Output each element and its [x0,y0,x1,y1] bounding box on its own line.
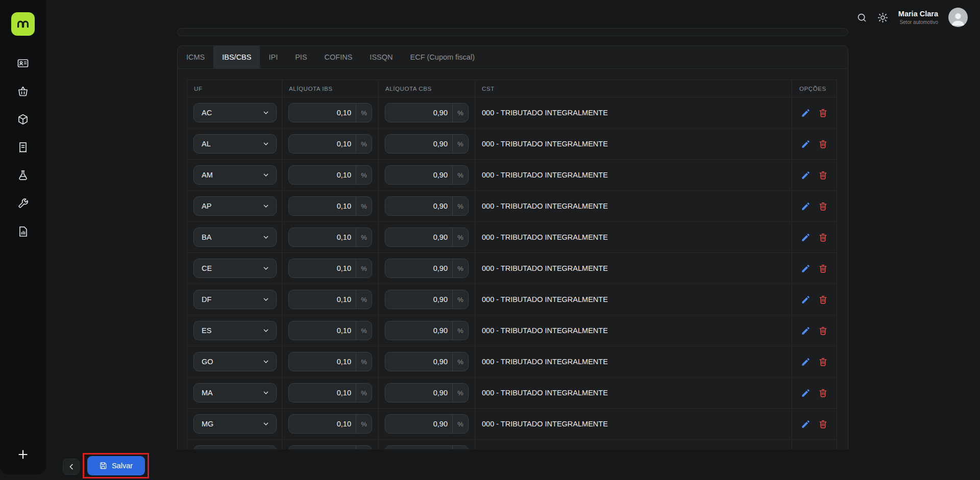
aliquota-ibs-input[interactable]: 0,10 % [288,165,372,185]
delete-trash-icon[interactable] [818,419,828,429]
edit-pencil-icon[interactable] [801,388,811,398]
aliquota-ibs-value: 0,10 [289,352,356,371]
tab-issqn[interactable]: ISSQN [361,46,401,68]
uf-select[interactable]: DF [193,290,277,309]
tab-ibs-cbs[interactable]: IBS/CBS [213,46,260,68]
uf-select[interactable]: BA [193,228,277,247]
app-logo[interactable] [11,12,35,36]
theme-toggle-sun-icon[interactable] [877,12,888,23]
delete-trash-icon[interactable] [818,295,828,305]
edit-pencil-icon[interactable] [801,139,811,149]
basket-icon[interactable] [17,85,29,97]
delete-trash-icon[interactable] [818,326,828,336]
edit-pencil-icon[interactable] [801,419,811,429]
aliquota-cbs-input[interactable]: 0,90 % [385,290,469,309]
plus-icon [16,448,30,461]
percent-suffix: % [356,321,372,340]
edit-pencil-icon[interactable] [801,326,811,336]
aliquota-cbs-input[interactable]: 0,90 % [385,103,469,122]
aliquota-cbs-cell: 0,90 % [379,315,475,346]
aliquota-cbs-input[interactable]: 0,90 % [385,352,469,371]
aliquota-cbs-input[interactable]: 0,90 % [385,165,469,185]
uf-cell [187,440,282,449]
aliquota-cbs-input[interactable]: 0,90 % [385,321,469,340]
edit-pencil-icon[interactable] [801,295,811,305]
header-opcoes: OPÇÕES [792,80,837,97]
tab-pis[interactable]: PIS [286,46,315,68]
uf-select[interactable]: MA [193,383,277,402]
aliquota-cbs-input[interactable]: 0,90 % [385,196,469,216]
cst-value: 000 - TRIBUTADO INTEGRALMENTE [482,233,608,241]
avatar[interactable] [948,8,968,27]
aliquota-ibs-input[interactable]: 0,10 % [288,134,372,154]
tab-cofins[interactable]: COFINS [316,46,361,68]
percent-suffix: % [356,197,372,215]
cst-cell: 000 - TRIBUTADO INTEGRALMENTE [475,409,792,439]
aliquota-ibs-input[interactable]: % [288,445,372,449]
report-icon[interactable] [17,225,29,238]
id-card-icon[interactable] [17,57,29,69]
aliquota-cbs-input[interactable]: 0,90 % [385,414,469,434]
aliquota-ibs-input[interactable]: 0,10 % [288,383,372,402]
aliquota-ibs-input[interactable]: 0,10 % [288,259,372,278]
edit-pencil-icon[interactable] [801,108,811,118]
aliquota-cbs-input[interactable]: 0,90 % [385,228,469,247]
aliquota-ibs-input[interactable]: 0,10 % [288,414,372,434]
tab-bar: ICMS IBS/CBS IPI PIS COFINS ISSQN ECF (C… [178,46,848,69]
uf-select[interactable]: AP [193,196,277,216]
save-button[interactable]: Salvar [87,456,145,475]
uf-select[interactable]: AL [193,134,277,154]
package-icon[interactable] [17,113,29,125]
aliquota-ibs-input[interactable]: 0,10 % [288,103,372,122]
edit-pencil-icon[interactable] [801,357,811,367]
add-button[interactable] [16,448,30,461]
aliquota-ibs-input[interactable]: 0,10 % [288,196,372,216]
aliquota-ibs-input[interactable]: 0,10 % [288,290,372,309]
aliquota-cbs-value: 0,90 [385,166,452,184]
edit-pencil-icon[interactable] [801,233,811,242]
search-icon[interactable] [856,12,867,23]
percent-suffix: % [356,290,372,309]
aliquota-cbs-cell: 0,90 % [379,160,475,190]
edit-pencil-icon[interactable] [801,264,811,273]
delete-trash-icon[interactable] [818,264,828,273]
wrench-icon[interactable] [17,197,29,210]
aliquota-ibs-input[interactable]: 0,10 % [288,321,372,340]
aliquota-cbs-input[interactable]: 0,90 % [385,259,469,278]
table-row: AM 0,10 % 0,90 % 000 - TRIBUTADO INTEGRA… [187,160,837,191]
delete-trash-icon[interactable] [818,170,828,180]
uf-select[interactable]: MG [193,414,277,434]
uf-select-value: AP [202,202,211,210]
back-button[interactable] [63,459,80,475]
delete-trash-icon[interactable] [818,108,828,118]
uf-select[interactable]: CE [193,259,277,278]
aliquota-cbs-input[interactable]: % [385,445,469,449]
edit-pencil-icon[interactable] [801,201,811,211]
aliquota-cbs-input[interactable]: 0,90 % [385,134,469,154]
delete-trash-icon[interactable] [818,357,828,367]
uf-select[interactable]: ES [193,321,277,340]
uf-select[interactable]: AC [193,103,277,122]
tab-label: COFINS [325,53,353,61]
delete-trash-icon[interactable] [818,388,828,398]
chevron-left-icon [67,462,76,471]
aliquota-ibs-value: 0,10 [289,228,356,246]
delete-trash-icon[interactable] [818,139,828,149]
uf-select[interactable]: AM [193,165,277,185]
uf-select[interactable] [193,445,277,449]
aliquota-cbs-input[interactable]: 0,90 % [385,383,469,402]
chevron-down-icon [262,264,270,272]
tab-icms[interactable]: ICMS [178,46,213,68]
tab-ecf-cupom-fiscal-[interactable]: ECF (Cupom fiscal) [401,46,483,68]
table-row: DF 0,10 % 0,90 % 000 - TRIBUTADO INTEGRA… [187,284,837,315]
uf-select[interactable]: GO [193,352,277,371]
edit-pencil-icon[interactable] [801,170,811,180]
delete-trash-icon[interactable] [818,233,828,242]
cst-cell: 000 - TRIBUTADO INTEGRALMENTE [475,346,792,377]
flask-icon[interactable] [17,169,29,182]
aliquota-ibs-input[interactable]: 0,10 % [288,352,372,371]
delete-trash-icon[interactable] [818,201,828,211]
aliquota-ibs-input[interactable]: 0,10 % [288,228,372,247]
receipt-icon[interactable] [17,141,29,154]
tab-ipi[interactable]: IPI [260,46,286,68]
